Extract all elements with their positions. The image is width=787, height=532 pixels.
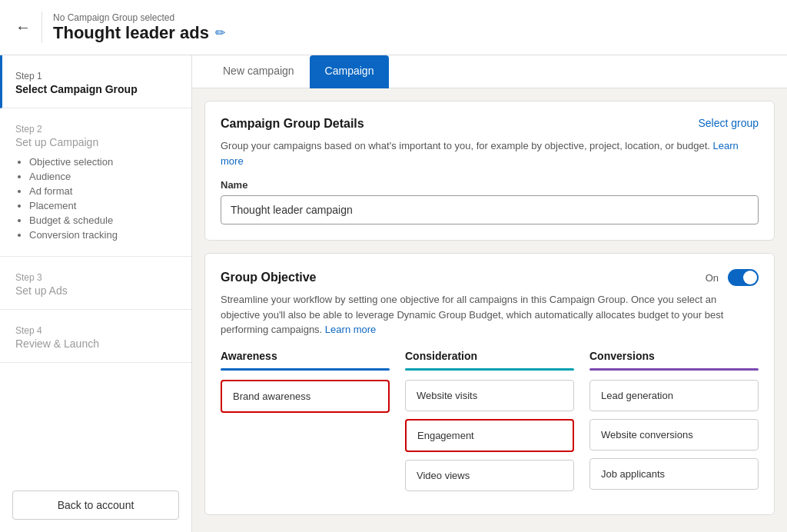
subitem-conversion[interactable]: Conversion tracking xyxy=(29,229,176,241)
sidebar: Step 1 Select Campaign Group Step 2 Set … xyxy=(0,55,192,532)
header-title-row: Thought leader ads ✏ xyxy=(53,23,225,43)
no-campaign-group-text: No Campaign Group selected xyxy=(53,12,225,23)
step2-label: Step 2 xyxy=(15,124,176,135)
step1-label: Step 1 xyxy=(15,71,176,81)
tab-bar: New campaign Campaign xyxy=(192,55,787,88)
step1-title: Select Campaign Group xyxy=(15,83,176,95)
select-group-link[interactable]: Select group xyxy=(698,117,759,129)
subitem-budget[interactable]: Budget & schedule xyxy=(29,214,176,226)
header-divider xyxy=(42,12,42,43)
step2-title: Set up Campaign xyxy=(15,136,176,148)
awareness-title: Awareness xyxy=(221,350,390,362)
card-title: Campaign Group Details xyxy=(221,117,364,131)
subitem-ad-format[interactable]: Ad format xyxy=(29,185,176,197)
toggle-label: On xyxy=(706,272,719,284)
name-label: Name xyxy=(221,179,759,191)
sidebar-step-2[interactable]: Step 2 Set up Campaign Objective selecti… xyxy=(0,108,191,257)
objective-description: Streamline your workflow by setting one … xyxy=(221,292,759,337)
campaign-group-details-card: Campaign Group Details Select group Grou… xyxy=(204,101,775,241)
content-area: New campaign Campaign Campaign Group Det… xyxy=(192,55,787,532)
conversions-title: Conversions xyxy=(589,350,759,362)
step3-label: Step 3 xyxy=(15,272,176,283)
header: ← No Campaign Group selected Thought lea… xyxy=(0,0,787,55)
toggle-thumb xyxy=(743,271,757,284)
back-arrow-button[interactable]: ← xyxy=(15,18,31,36)
subitem-audience[interactable]: Audience xyxy=(29,171,176,182)
conversions-column: Conversions Lead generation Website conv… xyxy=(589,350,759,499)
lead-generation-option[interactable]: Lead generation xyxy=(589,380,759,411)
consideration-title: Consideration xyxy=(405,350,574,362)
objective-header: Group Objective On xyxy=(221,269,759,286)
tab-new-campaign[interactable]: New campaign xyxy=(208,55,310,88)
step4-title: Review & Launch xyxy=(15,337,176,350)
objective-title: Group Objective xyxy=(221,271,316,284)
sidebar-step-3[interactable]: Step 3 Set up Ads xyxy=(0,257,191,310)
engagement-option[interactable]: Engagement xyxy=(405,419,574,452)
app-container: ← No Campaign Group selected Thought lea… xyxy=(0,0,787,532)
card-description: Group your campaigns based on what's imp… xyxy=(221,138,759,168)
awareness-bar xyxy=(221,368,390,371)
cards-wrapper: Campaign Group Details Select group Grou… xyxy=(192,88,787,527)
step2-subitems: Objective selection Audience Ad format P… xyxy=(15,156,176,241)
step4-label: Step 4 xyxy=(15,325,176,336)
back-to-account-button[interactable]: Back to account xyxy=(12,490,179,520)
tab-campaign[interactable]: Campaign xyxy=(310,55,390,88)
website-conversions-option[interactable]: Website conversions xyxy=(589,419,759,451)
toggle-switch[interactable]: On xyxy=(706,269,759,286)
toggle-track[interactable] xyxy=(728,269,759,286)
subitem-placement[interactable]: Placement xyxy=(29,200,176,211)
learn-more-link-2[interactable]: Learn more xyxy=(325,324,376,335)
brand-awareness-option[interactable]: Brand awareness xyxy=(221,380,390,413)
job-applicants-option[interactable]: Job applicants xyxy=(589,458,759,490)
sidebar-step-1[interactable]: Step 1 Select Campaign Group xyxy=(0,55,191,108)
video-views-option[interactable]: Video views xyxy=(405,460,574,491)
group-objective-card: Group Objective On Streamline your workf… xyxy=(204,253,775,515)
awareness-column: Awareness Brand awareness xyxy=(221,350,390,499)
website-visits-option[interactable]: Website visits xyxy=(405,380,574,411)
card-header-row: Campaign Group Details Select group xyxy=(221,117,759,131)
sidebar-step-4[interactable]: Step 4 Review & Launch xyxy=(0,310,191,363)
edit-icon[interactable]: ✏ xyxy=(215,25,225,40)
main-body: Step 1 Select Campaign Group Step 2 Set … xyxy=(0,55,787,532)
conversions-bar xyxy=(589,368,759,371)
step3-title: Set up Ads xyxy=(15,284,176,297)
consideration-bar xyxy=(405,368,574,371)
objective-columns: Awareness Brand awareness Consideration xyxy=(221,350,759,499)
subitem-objective[interactable]: Objective selection xyxy=(29,156,176,168)
page-title: Thought leader ads xyxy=(53,23,209,43)
campaign-name-input[interactable] xyxy=(221,195,759,224)
header-title-block: No Campaign Group selected Thought leade… xyxy=(53,12,225,43)
consideration-column: Consideration Website visits Engagement … xyxy=(405,350,574,499)
